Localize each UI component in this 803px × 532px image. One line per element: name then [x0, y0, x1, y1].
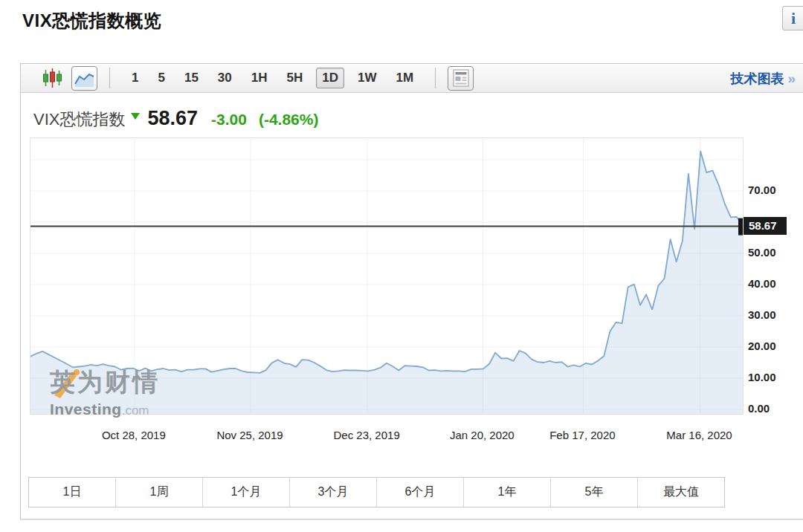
x-tick-label: Feb 17, 2020: [530, 429, 634, 441]
y-tick-label: 10.00: [748, 371, 800, 383]
down-arrow-icon: [131, 113, 140, 120]
interval-buttons: 1515301H5H1D1W1M: [122, 68, 423, 88]
interval-button-15[interactable]: 15: [178, 68, 204, 88]
info-icon: i: [791, 10, 796, 27]
y-tick-label: 40.00: [748, 277, 800, 290]
x-tick-label: Oct 28, 2019: [82, 429, 186, 441]
interval-button-1m[interactable]: 1M: [390, 68, 419, 88]
range-button-6[interactable]: 5年: [550, 478, 637, 507]
range-selector: 1日1周1个月3个月6个月1年5年最大值: [28, 477, 725, 507]
chart-toolbar: 1515301H5H1D1W1M 技术图表 »: [21, 64, 803, 93]
y-tick-label: 20.00: [748, 340, 800, 352]
area-chart-icon: [74, 69, 94, 88]
news-view-button[interactable]: [448, 66, 474, 91]
interval-button-30[interactable]: 30: [212, 68, 238, 88]
current-price-badge: 58.67: [744, 217, 787, 235]
y-tick-label: 50.00: [748, 246, 800, 259]
technical-chart-link[interactable]: 技术图表 »: [730, 64, 796, 93]
instrument-name: VIX恐慌指数: [33, 108, 125, 131]
y-tick-label: 30.00: [748, 308, 800, 321]
candlestick-chart-button[interactable]: [43, 68, 62, 88]
x-axis-labels: Oct 28, 2019Nov 25, 2019Dec 23, 2019Jan …: [30, 429, 744, 444]
range-button-5[interactable]: 1年: [463, 478, 550, 507]
candlestick-icon: [43, 68, 62, 88]
toolbar-separator: [109, 68, 110, 88]
range-button-1[interactable]: 1周: [115, 478, 202, 507]
interval-button-5[interactable]: 5: [152, 68, 170, 88]
price-change-percent: (-4.86%): [259, 111, 319, 129]
x-tick-label: Jan 20, 2020: [430, 429, 534, 441]
toolbar-separator: [435, 68, 436, 88]
area-chart-button[interactable]: [71, 66, 97, 91]
quote-header: VIX恐慌指数 58.67 -3.00 (-4.86%): [33, 107, 318, 131]
x-tick-label: Dec 23, 2019: [315, 429, 419, 441]
interval-button-1h[interactable]: 1H: [245, 68, 274, 88]
area-chart: [30, 138, 743, 414]
chart-plot-area[interactable]: 英为财情 Investing.com: [30, 137, 744, 415]
current-price-tick: [738, 218, 743, 236]
range-button-0[interactable]: 1日: [29, 478, 115, 507]
range-button-3[interactable]: 3个月: [289, 478, 376, 507]
interval-button-1w[interactable]: 1W: [352, 68, 383, 88]
y-tick-label: 70.00: [748, 184, 800, 196]
range-button-4[interactable]: 6个月: [376, 478, 463, 507]
interval-button-1d[interactable]: 1D: [316, 68, 344, 88]
interval-button-5h[interactable]: 5H: [281, 68, 309, 88]
price-change: -3.00: [211, 111, 247, 129]
range-button-2[interactable]: 1个月: [202, 478, 289, 507]
vix-overview-page: VIX恐慌指数概览 i: [0, 0, 803, 532]
range-button-7[interactable]: 最大值: [637, 478, 724, 507]
x-tick-label: Nov 25, 2019: [198, 429, 302, 441]
last-price: 58.67: [147, 107, 198, 130]
x-tick-label: Mar 16, 2020: [648, 429, 752, 441]
info-button[interactable]: i: [782, 6, 803, 30]
news-layout-icon: [453, 69, 469, 87]
page-title: VIX恐慌指数概览: [22, 9, 161, 33]
interval-button-1[interactable]: 1: [126, 68, 144, 88]
y-tick-label: 0.00: [748, 402, 800, 415]
double-chevron-icon: »: [787, 71, 796, 87]
